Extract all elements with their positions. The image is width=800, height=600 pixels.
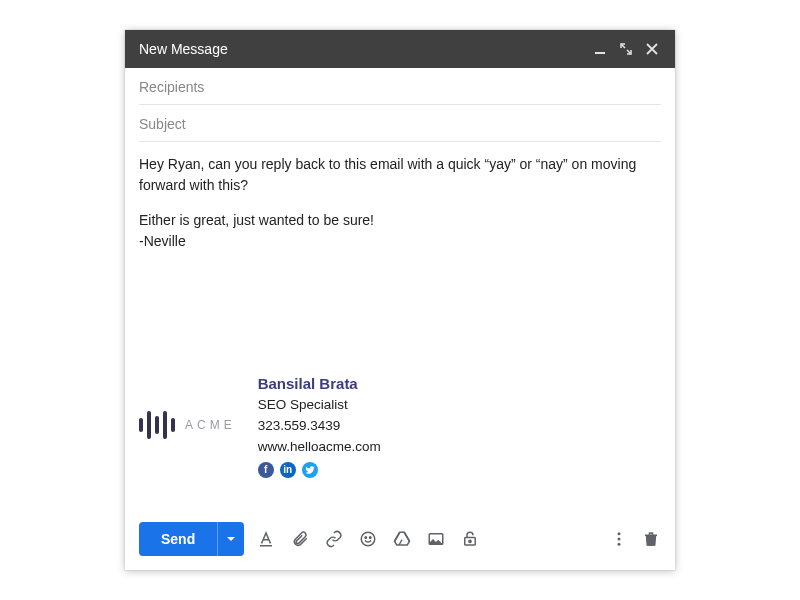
text-format-icon[interactable] bbox=[256, 529, 276, 549]
send-button[interactable]: Send bbox=[139, 522, 217, 556]
signature-details: Bansilal Brata SEO Specialist 323.559.34… bbox=[258, 372, 381, 478]
svg-point-8 bbox=[618, 538, 621, 541]
compose-window: New Message Hey Ryan, can you reply back… bbox=[125, 30, 675, 570]
signature-name: Bansilal Brata bbox=[258, 372, 381, 395]
svg-rect-0 bbox=[595, 52, 605, 54]
link-icon[interactable] bbox=[324, 529, 344, 549]
more-options-icon[interactable] bbox=[609, 529, 629, 549]
svg-point-7 bbox=[618, 532, 621, 535]
svg-point-6 bbox=[469, 540, 471, 542]
window-title: New Message bbox=[139, 41, 228, 57]
close-icon[interactable] bbox=[643, 40, 661, 58]
minimize-icon[interactable] bbox=[591, 40, 609, 58]
logo-bars-icon bbox=[139, 411, 175, 439]
attach-icon[interactable] bbox=[290, 529, 310, 549]
logo-text: ACME bbox=[185, 416, 236, 434]
svg-point-1 bbox=[361, 532, 375, 546]
body-paragraph: Hey Ryan, can you reply back to this ema… bbox=[139, 154, 661, 196]
formatting-toolbar bbox=[256, 529, 480, 549]
signature-role: SEO Specialist bbox=[258, 395, 381, 416]
svg-point-9 bbox=[618, 543, 621, 546]
linkedin-icon[interactable]: in bbox=[280, 462, 296, 478]
signature-phone: 323.559.3439 bbox=[258, 416, 381, 437]
emoji-icon[interactable] bbox=[358, 529, 378, 549]
signature-block: ACME Bansilal Brata SEO Specialist 323.5… bbox=[139, 372, 661, 478]
svg-point-2 bbox=[365, 537, 367, 539]
message-body[interactable]: Hey Ryan, can you reply back to this ema… bbox=[125, 142, 675, 512]
trash-icon[interactable] bbox=[641, 529, 661, 549]
social-icons: f in bbox=[258, 462, 381, 478]
recipients-input[interactable] bbox=[139, 79, 661, 95]
signature-url: www.helloacme.com bbox=[258, 437, 381, 458]
toolbar-right bbox=[609, 529, 661, 549]
recipients-row bbox=[139, 68, 661, 105]
send-options-button[interactable] bbox=[217, 522, 244, 556]
body-signoff: -Neville bbox=[139, 231, 661, 252]
body-paragraph: Either is great, just wanted to be sure! bbox=[139, 210, 661, 231]
svg-point-3 bbox=[370, 537, 372, 539]
subject-row bbox=[139, 105, 661, 142]
fullscreen-icon[interactable] bbox=[617, 40, 635, 58]
confidential-icon[interactable] bbox=[460, 529, 480, 549]
subject-input[interactable] bbox=[139, 116, 661, 132]
drive-icon[interactable] bbox=[392, 529, 412, 549]
facebook-icon[interactable]: f bbox=[258, 462, 274, 478]
signature-logo: ACME bbox=[139, 411, 236, 439]
header-fields bbox=[125, 68, 675, 142]
titlebar: New Message bbox=[125, 30, 675, 68]
image-icon[interactable] bbox=[426, 529, 446, 549]
twitter-icon[interactable] bbox=[302, 462, 318, 478]
toolbar: Send bbox=[125, 512, 675, 570]
send-group: Send bbox=[139, 522, 244, 556]
